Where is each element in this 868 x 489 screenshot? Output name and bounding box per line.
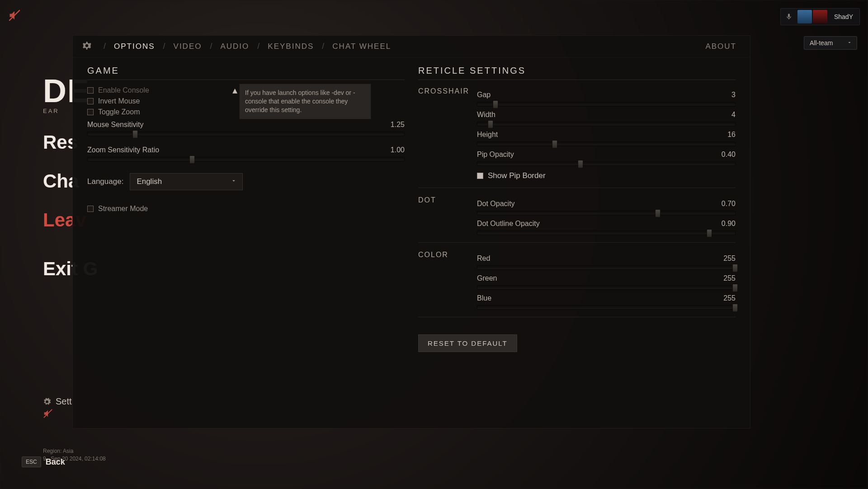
- chevron-down-icon: [847, 39, 852, 47]
- game-column: GAME Enable Console ◀ If you have launch…: [87, 66, 405, 428]
- gear-icon: [81, 40, 93, 53]
- slider-pip-opacity[interactable]: Pip Opacity0.40: [477, 150, 736, 166]
- gear-icon: [43, 398, 51, 406]
- menu-settings[interactable]: Sett: [43, 396, 72, 407]
- team-select[interactable]: All-team: [804, 36, 857, 50]
- slider-dot-opacity[interactable]: Dot Opacity0.70: [477, 200, 736, 215]
- section-reticle: RETICLE SETTINGS: [418, 66, 736, 80]
- tab-keybinds[interactable]: KEYBINDS: [262, 42, 319, 51]
- esc-key: ESC: [22, 456, 41, 467]
- slider-zoom-sensitivity[interactable]: Zoom Sensitivity Ratio 1.00: [87, 146, 405, 161]
- settings-panel: /OPTIONS /VIDEO /AUDIO /KEYBINDS /CHAT W…: [72, 35, 750, 428]
- player-bar: ShadY: [780, 8, 860, 25]
- slider-mouse-sensitivity[interactable]: Mouse Sensitivity 1.25: [87, 121, 405, 136]
- language-select[interactable]: English: [130, 173, 243, 190]
- slider-blue[interactable]: Blue255: [477, 294, 736, 310]
- tab-audio[interactable]: AUDIO: [215, 42, 255, 51]
- settings-tabs: /OPTIONS /VIDEO /AUDIO /KEYBINDS /CHAT W…: [73, 36, 750, 57]
- slider-height[interactable]: Height16: [477, 131, 736, 146]
- tooltip: If you have launch options like -dev or …: [239, 84, 371, 119]
- mute-icon-2[interactable]: [43, 409, 53, 420]
- tab-options[interactable]: OPTIONS: [108, 42, 160, 51]
- tooltip-arrow-icon: ◀: [232, 89, 239, 94]
- mic-icon[interactable]: [781, 13, 797, 20]
- slider-dot-outline-opacity[interactable]: Dot Outline Opacity0.90: [477, 220, 736, 235]
- check-enable-console[interactable]: Enable Console ◀ If you have launch opti…: [87, 86, 405, 94]
- label-crosshair: CROSSHAIR: [418, 86, 477, 180]
- back-button[interactable]: ESC Back: [22, 456, 65, 467]
- label-color: COLOR: [418, 250, 477, 310]
- reticle-column: RETICLE SETTINGS CROSSHAIR Gap3 Width4 H…: [418, 66, 736, 428]
- slider-gap[interactable]: Gap3: [477, 91, 736, 106]
- avatar-1: [797, 10, 812, 24]
- chevron-down-icon: [231, 177, 237, 186]
- reset-to-default-button[interactable]: RESET TO DEFAULT: [418, 334, 517, 352]
- slider-green[interactable]: Green255: [477, 274, 736, 290]
- section-game: GAME: [87, 66, 405, 80]
- label-dot: DOT: [418, 195, 477, 235]
- player-name: ShadY: [828, 13, 859, 20]
- mute-icon[interactable]: [8, 9, 21, 24]
- tab-about[interactable]: ABOUT: [700, 42, 742, 51]
- slider-width[interactable]: Width4: [477, 111, 736, 126]
- check-show-pip-border[interactable]: Show Pip Border: [477, 171, 736, 180]
- check-streamer-mode[interactable]: Streamer Mode: [87, 205, 405, 213]
- tab-chat-wheel[interactable]: CHAT WHEEL: [327, 42, 396, 51]
- language-row: Language: English: [87, 173, 405, 190]
- avatar-2: [813, 10, 827, 24]
- tab-video[interactable]: VIDEO: [168, 42, 208, 51]
- team-select-value: All-team: [810, 39, 833, 47]
- slider-red[interactable]: Red255: [477, 254, 736, 270]
